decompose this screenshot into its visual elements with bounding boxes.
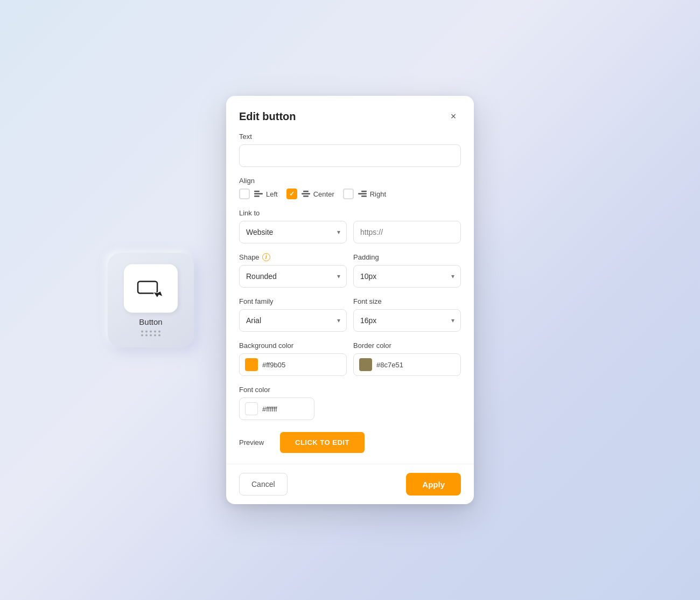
align-left-icon — [254, 189, 263, 199]
cancel-button[interactable]: Cancel — [239, 473, 288, 496]
link-to-field-group: Link to Website ▾ — [239, 209, 461, 243]
align-left-option[interactable]: Left — [239, 189, 278, 199]
font-color-swatch — [245, 402, 258, 415]
padding-field-group: Padding 10px ▾ — [353, 253, 461, 288]
bg-color-field[interactable]: #ff9b05 — [239, 353, 347, 376]
color-row: Background color #ff9b05 Border color #8… — [239, 341, 461, 376]
font-size-select[interactable]: 16px — [353, 309, 461, 332]
align-left-label: Left — [254, 189, 278, 199]
align-center-label: Center — [301, 189, 334, 199]
bg-color-swatch — [245, 358, 258, 371]
preview-row: Preview CLICK TO EDIT — [239, 430, 461, 453]
font-size-label: Font size — [353, 297, 461, 305]
svg-rect-7 — [361, 191, 367, 192]
modal-title: Edit button — [239, 110, 296, 123]
close-button[interactable]: × — [446, 109, 461, 124]
modal-footer: Cancel Apply — [226, 464, 474, 504]
font-family-select-wrapper: Arial ▾ — [239, 309, 347, 332]
padding-select[interactable]: 10px — [353, 265, 461, 288]
shape-select-wrapper: Rounded ▾ — [239, 265, 347, 288]
link-to-inputs: Website ▾ — [239, 221, 461, 243]
align-right-option[interactable]: Right — [343, 189, 386, 199]
shape-label: Shape i — [239, 253, 347, 261]
widget-dots — [141, 330, 161, 336]
align-label: Align — [239, 177, 461, 185]
modal-header: Edit button × — [226, 96, 474, 124]
widget-label: Button — [139, 317, 162, 326]
align-field-group: Align Left — [239, 177, 461, 199]
svg-rect-2 — [254, 193, 263, 195]
svg-rect-1 — [254, 191, 260, 192]
modal-body: Text Align Left — [226, 124, 474, 464]
svg-rect-8 — [358, 193, 367, 195]
svg-rect-4 — [303, 191, 309, 192]
font-family-select[interactable]: Arial — [239, 309, 347, 332]
align-right-checkbox[interactable] — [343, 189, 354, 199]
font-size-select-wrapper: 16px ▾ — [353, 309, 461, 332]
text-input[interactable] — [239, 144, 461, 167]
svg-rect-3 — [254, 196, 260, 197]
link-url-input[interactable] — [353, 221, 461, 243]
border-color-field-group: Border color #8c7e51 — [353, 341, 461, 376]
svg-rect-6 — [303, 196, 309, 197]
link-type-wrapper: Website ▾ — [239, 221, 347, 243]
button-icon — [137, 277, 165, 299]
font-family-label: Font family — [239, 297, 347, 305]
border-color-label: Border color — [353, 341, 461, 350]
font-size-field-group: Font size 16px ▾ — [353, 297, 461, 332]
align-left-checkbox[interactable] — [239, 189, 250, 199]
align-options: Left Center — [239, 189, 461, 199]
bg-color-field-group: Background color #ff9b05 — [239, 341, 347, 376]
widget-card: Button — [108, 253, 194, 347]
font-row: Font family Arial ▾ Font size 16px — [239, 297, 461, 332]
font-family-field-group: Font family Arial ▾ — [239, 297, 347, 332]
link-url-wrapper — [353, 221, 461, 243]
preview-label: Preview — [239, 438, 271, 446]
align-right-icon — [358, 189, 367, 199]
link-to-label: Link to — [239, 209, 461, 217]
shape-field-group: Shape i Rounded ▾ — [239, 253, 347, 288]
svg-rect-9 — [361, 196, 367, 197]
align-right-label: Right — [358, 189, 386, 199]
font-color-field[interactable]: #ffffff — [239, 397, 314, 420]
bg-color-value: #ff9b05 — [262, 361, 285, 369]
font-color-value: #ffffff — [262, 405, 277, 413]
padding-select-wrapper: 10px ▾ — [353, 265, 461, 288]
border-color-swatch — [359, 358, 372, 371]
apply-button[interactable]: Apply — [406, 473, 461, 496]
shape-padding-row: Shape i Rounded ▾ Padding 10px — [239, 253, 461, 288]
preview-button[interactable]: CLICK TO EDIT — [280, 432, 365, 453]
text-field-group: Text — [239, 132, 461, 167]
font-color-field-group: Font color #ffffff — [239, 386, 461, 420]
align-center-icon — [301, 189, 311, 199]
border-color-value: #8c7e51 — [376, 361, 403, 369]
align-center-checkbox[interactable] — [286, 189, 297, 199]
bg-color-label: Background color — [239, 341, 347, 350]
edit-button-modal: Edit button × Text Align — [226, 96, 474, 504]
link-type-select[interactable]: Website — [239, 221, 347, 243]
shape-select[interactable]: Rounded — [239, 265, 347, 288]
border-color-field[interactable]: #8c7e51 — [353, 353, 461, 376]
widget-icon-area — [124, 264, 178, 312]
padding-label: Padding — [353, 253, 461, 261]
align-center-option[interactable]: Center — [286, 189, 334, 199]
text-label: Text — [239, 132, 461, 141]
svg-rect-5 — [302, 193, 310, 195]
svg-rect-0 — [138, 281, 157, 293]
shape-info-icon: i — [262, 253, 270, 261]
font-color-label: Font color — [239, 386, 461, 394]
